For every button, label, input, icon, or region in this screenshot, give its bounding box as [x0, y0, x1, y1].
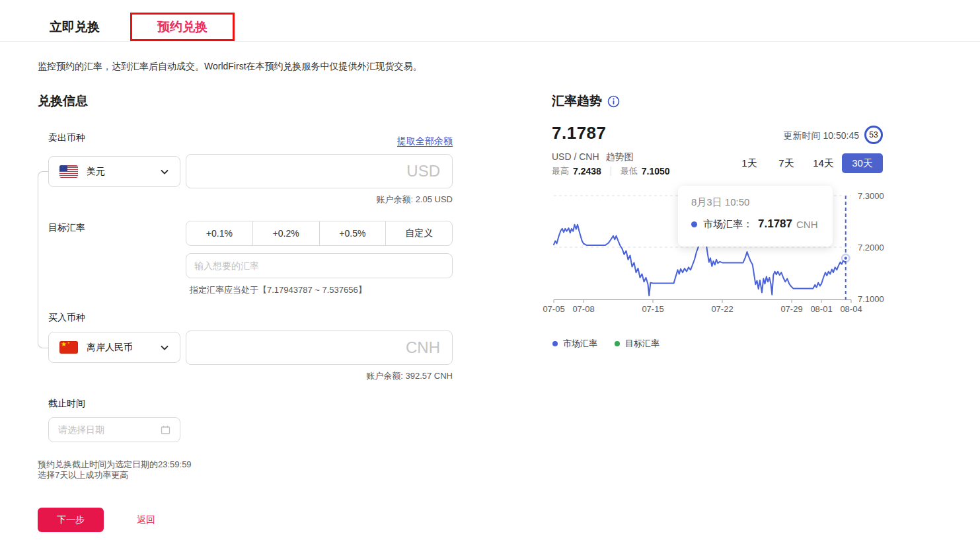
cn-flag-icon: ★★: [59, 341, 78, 354]
tooltip-unit: CNH: [796, 219, 818, 230]
high-value: 7.2438: [573, 166, 601, 176]
svg-text:08-01: 08-01: [810, 304, 832, 314]
rate-option-0.2[interactable]: +0.2%: [252, 221, 319, 245]
tooltip-series-dot: [691, 221, 697, 227]
sell-amount-input[interactable]: [198, 165, 406, 178]
deadline-hint-2: 选择7天以上成功率更高: [38, 469, 128, 481]
svg-text:07-15: 07-15: [642, 304, 663, 314]
high-label: 最高: [552, 165, 569, 177]
sell-currency-label: 卖出币种: [48, 132, 85, 144]
period-tab-1d[interactable]: 1天: [731, 157, 768, 170]
buy-amount-field: CNH: [186, 330, 453, 365]
svg-text:07-05: 07-05: [543, 304, 564, 314]
sell-currency-name: 美元: [87, 166, 160, 178]
currency-pair-connector: [38, 171, 48, 348]
withdraw-all-balance-link[interactable]: 提取全部余额: [344, 136, 453, 147]
chart-tooltip: 8月3日 10:50 市场汇率： 7.1787 CNH: [678, 186, 833, 247]
buy-amount-input[interactable]: [198, 341, 406, 355]
chevron-down-icon: [160, 167, 169, 176]
next-step-button[interactable]: 下一步: [38, 508, 104, 532]
update-time-text: 更新时间 10:50:45: [727, 130, 859, 142]
tooltip-series-label: 市场汇率：: [703, 218, 753, 231]
tooltip-date: 8月3日 10:50: [691, 196, 819, 209]
svg-text:07-08: 07-08: [572, 304, 594, 314]
deadline-label: 截止时间: [48, 398, 85, 410]
legend-dot-market: [552, 341, 558, 346]
buy-balance-note: 账户余额: 392.57 CNH: [186, 370, 453, 382]
target-rate-field: [186, 253, 453, 278]
buy-amount-currency-suffix: CNH: [406, 338, 440, 357]
low-label: 最低: [621, 165, 638, 177]
target-rate-label: 目标汇率: [48, 222, 85, 234]
pair-label: USD / CNH趋势图: [552, 151, 634, 163]
svg-text:7.2000: 7.2000: [858, 243, 884, 253]
chevron-down-icon: [160, 343, 169, 352]
legend-dot-target: [615, 341, 620, 346]
chart-legend: 市场汇率 目标汇率: [552, 338, 660, 350]
sell-amount-currency-suffix: USD: [406, 162, 440, 180]
svg-text:07-29: 07-29: [780, 304, 802, 314]
deadline-date-field: [48, 417, 180, 442]
sell-currency-select[interactable]: 美元: [48, 156, 180, 187]
low-value: 7.1050: [642, 166, 670, 176]
annotation-highlight-box: [130, 13, 235, 41]
page-description: 监控预约的汇率，达到汇率后自动成交。WorldFirst在本预约兑换服务中仅提供…: [38, 61, 422, 73]
buy-currency-label: 买入币种: [48, 312, 85, 324]
target-rate-input[interactable]: [194, 260, 444, 271]
period-tab-7d[interactable]: 7天: [768, 157, 805, 170]
tabs-divider: [0, 41, 980, 42]
rate-option-custom[interactable]: 自定义: [385, 221, 452, 245]
calendar-icon: [161, 425, 170, 435]
info-icon[interactable]: [607, 95, 620, 108]
back-link[interactable]: 返回: [137, 514, 155, 526]
period-tab-30d[interactable]: 30天: [842, 153, 883, 173]
target-rate-hint: 指定汇率应当处于【7.17943787 ~ 7.537656】: [190, 284, 367, 296]
rate-option-0.1[interactable]: +0.1%: [186, 221, 252, 245]
sell-amount-field: USD: [186, 154, 453, 188]
legend-item-target-rate[interactable]: 目标汇率: [615, 338, 660, 350]
current-rate-value: 7.1787: [552, 123, 607, 143]
tab-instant-exchange[interactable]: 立即兑换: [50, 19, 100, 36]
target-rate-options: +0.1% +0.2% +0.5% 自定义: [186, 221, 453, 246]
form-section-title: 兑换信息: [38, 93, 88, 110]
tooltip-value: 7.1787: [758, 217, 792, 231]
svg-text:7.3000: 7.3000: [858, 191, 884, 201]
period-tabs: 1天 7天 14天 30天: [731, 153, 883, 173]
legend-label-target: 目标汇率: [625, 338, 660, 350]
trend-section-title: 汇率趋势: [552, 93, 602, 110]
high-low-stats: 最高 7.2438 最低 7.1050: [552, 165, 670, 177]
stats-separator: [611, 167, 611, 176]
buy-currency-name: 离岸人民币: [87, 342, 160, 354]
svg-text:08-04: 08-04: [840, 304, 862, 314]
refresh-countdown-badge: 53: [864, 126, 883, 144]
us-flag-icon: [59, 165, 78, 178]
rate-option-0.5[interactable]: +0.5%: [319, 221, 386, 245]
buy-currency-select[interactable]: ★★ 离岸人民币: [48, 332, 180, 363]
legend-label-market: 市场汇率: [563, 338, 597, 350]
svg-text:7.1000: 7.1000: [858, 294, 884, 304]
svg-text:07-22: 07-22: [711, 304, 733, 314]
period-tab-14d[interactable]: 14天: [805, 157, 842, 170]
sell-balance-note: 账户余额: 2.05 USD: [186, 194, 453, 206]
deadline-date-input[interactable]: [58, 424, 161, 435]
legend-item-market-rate[interactable]: 市场汇率: [552, 338, 597, 350]
